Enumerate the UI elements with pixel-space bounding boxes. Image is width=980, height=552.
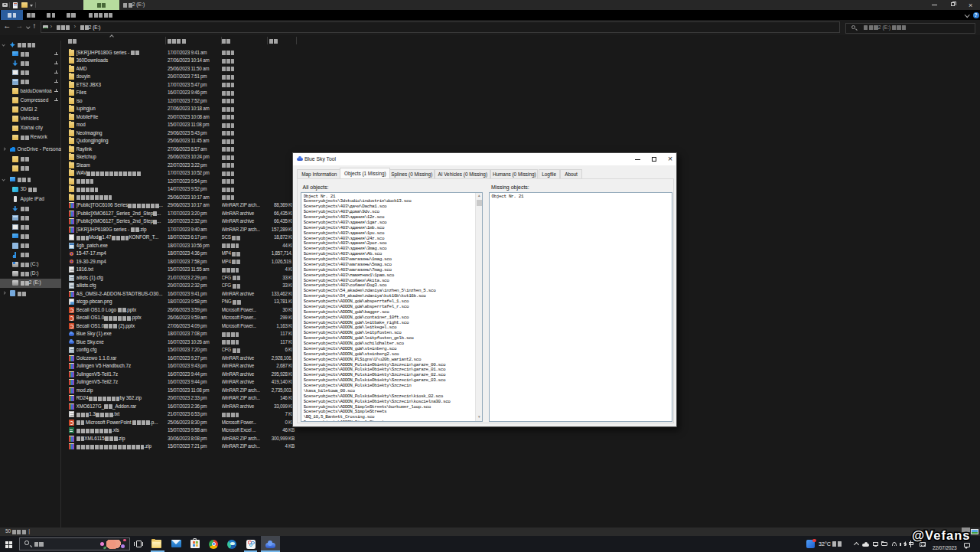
svg-text:@Vefans: @Vefans <box>912 528 970 542</box>
